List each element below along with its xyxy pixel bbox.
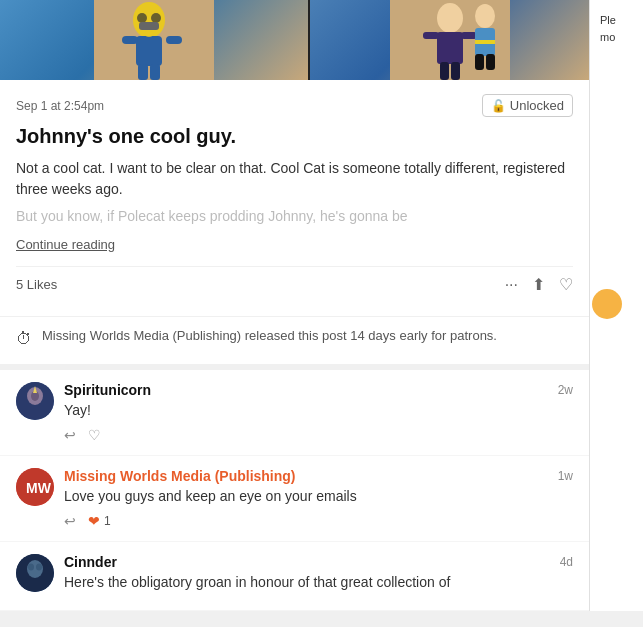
svg-point-12 bbox=[437, 3, 463, 33]
svg-rect-4 bbox=[139, 22, 159, 30]
comic-panel-right: ❄ bbox=[310, 0, 589, 80]
like-icon-2[interactable]: ❤ 1 bbox=[88, 513, 111, 529]
svg-point-33 bbox=[36, 563, 42, 570]
comment-header-2: Missing Worlds Media (Publishing) 1w bbox=[64, 468, 573, 484]
orange-circle-indicator bbox=[592, 289, 622, 319]
heart-icon[interactable]: ♡ bbox=[559, 275, 573, 294]
comment-actions-2: ↩ ❤ 1 bbox=[64, 513, 573, 529]
post-meta: Sep 1 at 2:54pm 🔓 Unlocked bbox=[16, 94, 573, 117]
comment-text-3: Here's the obligatory groan in honour of… bbox=[64, 573, 573, 593]
svg-point-2 bbox=[137, 13, 147, 23]
avatar-mwm: MW bbox=[16, 468, 54, 506]
post-body-faded: But you know, if Polecat keeps prodding … bbox=[16, 206, 573, 227]
svg-point-19 bbox=[475, 4, 495, 28]
svg-text:MW: MW bbox=[26, 480, 52, 496]
right-panel: Ple mo bbox=[590, 0, 643, 611]
svg-point-10 bbox=[145, 31, 153, 37]
clock-icon: ⏱ bbox=[16, 328, 32, 350]
reply-icon-1[interactable]: ↩ bbox=[64, 427, 76, 443]
early-access-text: Missing Worlds Media (Publishing) releas… bbox=[42, 327, 497, 345]
comic-strip: ❄ bbox=[0, 0, 589, 80]
comic-panel-left bbox=[0, 0, 310, 80]
early-access-message: Missing Worlds Media (Publishing) releas… bbox=[42, 328, 497, 343]
more-options-icon[interactable]: ··· bbox=[505, 276, 518, 294]
comment-text-2: Love you guys and keep an eye on your em… bbox=[64, 487, 573, 507]
post-actions: 5 Likes ··· ⬆ ♡ bbox=[16, 266, 573, 302]
unlock-icon: 🔓 bbox=[491, 99, 506, 113]
svg-rect-7 bbox=[166, 36, 182, 44]
comment-1: Spiritunicorn 2w Yay! ↩ ♡ bbox=[0, 370, 589, 456]
avatar-cinnder bbox=[16, 554, 54, 592]
comment-2: MW Missing Worlds Media (Publishing) 1w … bbox=[0, 456, 589, 542]
comic-figure-right: ❄ bbox=[350, 0, 550, 80]
post-content: Sep 1 at 2:54pm 🔓 Unlocked Johnny's one … bbox=[0, 80, 589, 316]
post-body-visible: Not a cool cat. I want to be clear on th… bbox=[16, 158, 573, 200]
post-date: Sep 1 at 2:54pm bbox=[16, 99, 104, 113]
post-title: Johnny's one cool guy. bbox=[16, 125, 573, 148]
heart-filled-icon: ❤ bbox=[88, 513, 100, 529]
comment-time-3: 4d bbox=[560, 555, 573, 569]
like-icon-1[interactable]: ♡ bbox=[88, 427, 101, 443]
continue-reading-link[interactable]: Continue reading bbox=[16, 237, 115, 252]
likes-count: 5 Likes bbox=[16, 277, 57, 292]
svg-rect-17 bbox=[440, 62, 449, 80]
svg-rect-22 bbox=[475, 54, 484, 70]
comments-section: Spiritunicorn 2w Yay! ↩ ♡ MW bbox=[0, 364, 589, 611]
comment-3: Cinnder 4d Here's the obligatory groan i… bbox=[0, 542, 589, 612]
comment-time-2: 1w bbox=[558, 469, 573, 483]
comic-figure-left bbox=[54, 0, 254, 80]
comment-header-3: Cinnder 4d bbox=[64, 554, 573, 570]
comment-text-1: Yay! bbox=[64, 401, 573, 421]
right-panel-text: Ple mo bbox=[600, 12, 633, 45]
svg-rect-9 bbox=[150, 64, 160, 80]
comment-body-1: Spiritunicorn 2w Yay! ↩ ♡ bbox=[64, 382, 573, 443]
svg-rect-6 bbox=[122, 36, 138, 44]
comment-author-2: Missing Worlds Media (Publishing) bbox=[64, 468, 296, 484]
action-icons: ··· ⬆ ♡ bbox=[505, 275, 573, 294]
like-count-2: 1 bbox=[104, 514, 111, 528]
comment-body-3: Cinnder 4d Here's the obligatory groan i… bbox=[64, 554, 573, 599]
svg-rect-23 bbox=[486, 54, 495, 70]
svg-rect-14 bbox=[437, 32, 463, 64]
comment-time-1: 2w bbox=[558, 383, 573, 397]
reply-icon-2[interactable]: ↩ bbox=[64, 513, 76, 529]
comment-author-1: Spiritunicorn bbox=[64, 382, 151, 398]
right-panel-text-block: Ple mo bbox=[596, 8, 637, 49]
svg-point-3 bbox=[151, 13, 161, 23]
svg-point-32 bbox=[28, 563, 34, 570]
svg-rect-15 bbox=[423, 32, 439, 39]
comment-author-3: Cinnder bbox=[64, 554, 117, 570]
early-access-notice: ⏱ Missing Worlds Media (Publishing) rele… bbox=[0, 316, 589, 364]
comment-actions-1: ↩ ♡ bbox=[64, 427, 573, 443]
svg-rect-21 bbox=[475, 40, 495, 44]
avatar-spiritunicorn bbox=[16, 382, 54, 420]
svg-rect-5 bbox=[136, 36, 162, 66]
comment-body-2: Missing Worlds Media (Publishing) 1w Lov… bbox=[64, 468, 573, 529]
svg-rect-18 bbox=[451, 62, 460, 80]
unlocked-label: Unlocked bbox=[510, 98, 564, 113]
unlocked-badge[interactable]: 🔓 Unlocked bbox=[482, 94, 573, 117]
share-icon[interactable]: ⬆ bbox=[532, 275, 545, 294]
svg-rect-16 bbox=[461, 32, 477, 39]
comment-header-1: Spiritunicorn 2w bbox=[64, 382, 573, 398]
svg-rect-8 bbox=[138, 64, 148, 80]
